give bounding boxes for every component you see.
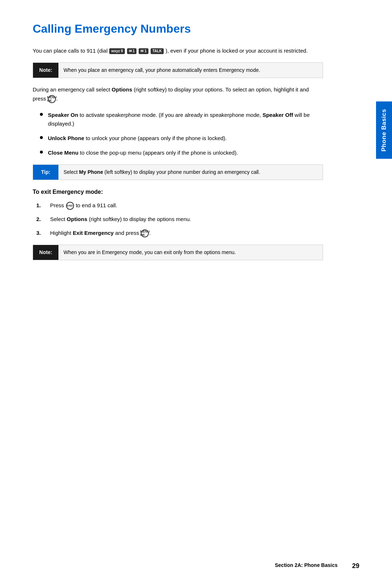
end-key: END [66,202,74,210]
sidebar-tab: Phone Basics [376,102,392,159]
step-text-2: Select Options (right softkey) to displa… [50,215,323,224]
step-2: 2. Select Options (right softkey) to dis… [36,215,323,224]
page-footer: Section 2A: Phone Basics 29 [0,562,392,570]
bullet-dot-1 [40,113,43,116]
body-paragraph: During an emergency call select Options … [33,85,323,103]
step-text-1: Press END to end a 911 call. [50,201,323,210]
step-3: 3. Highlight Exit Emergency and press ME… [36,229,323,237]
intro-text-after: ), even if your phone is locked or your … [166,48,308,54]
bullet-list: Speaker On to activate speakerphone mode… [40,111,323,157]
step-number-1: 1. [36,201,47,210]
bullet-dot-2 [40,136,43,139]
footer-page-number: 29 [352,562,359,570]
menu-key-step3: MENUOK [141,229,149,237]
menu-key-inline: MENUOK [48,95,56,103]
tip-label: Tip: [33,165,58,180]
note-content-1: When you place an emergency call, your p… [58,63,265,78]
step-number-3: 3. [36,229,47,237]
bullet-item-2: Unlock Phone to unlock your phone (appea… [40,134,323,143]
note-label-2: Note: [33,245,58,260]
bullet-item-1: Speaker On to activate speakerphone mode… [40,111,323,128]
footer-section-label: Section 2A: Phone Basics [275,562,338,570]
key-talk: TALK [151,48,164,54]
step-text-3: Highlight Exit Emergency and press MENUO… [50,229,323,237]
bullet-text-3: Close Menu to close the pop-up menu (app… [48,148,323,157]
bullet-dot-3 [40,151,43,154]
key-9: wxyz 9 [109,48,124,54]
key-1a: ✉ 1 [127,48,136,54]
step-number-2: 2. [36,215,47,224]
page-title: Calling Emergency Numbers [33,22,323,36]
bullet-text-2: Unlock Phone to unlock your phone (appea… [48,134,323,143]
numbered-steps: 1. Press END to end a 911 call. 2. Selec… [36,201,323,237]
bullet-item-3: Close Menu to close the pop-up menu (app… [40,148,323,157]
step-1: 1. Press END to end a 911 call. [36,201,323,210]
key-1b: ✉ 1 [139,48,148,54]
tip-content: Select My Phone (left softkey) to displa… [58,165,265,180]
tip-box: Tip: Select My Phone (left softkey) to d… [33,164,323,180]
note-box-1: Note: When you place an emergency call, … [33,62,323,78]
page-content: Calling Emergency Numbers You can place … [0,0,356,297]
subheading-exit-emergency: To exit Emergency mode: [33,189,323,195]
note-label-1: Note: [33,63,58,78]
body-text: During an emergency call select Options … [33,86,309,102]
intro-text-before: You can place calls to 911 (dial [33,48,109,54]
note-content-2: When you are in Emergency mode, you can … [58,245,241,260]
intro-paragraph: You can place calls to 911 (dial wxyz 9 … [33,46,323,55]
note-box-2: Note: When you are in Emergency mode, yo… [33,245,323,260]
bullet-text-1: Speaker On to activate speakerphone mode… [48,111,323,128]
